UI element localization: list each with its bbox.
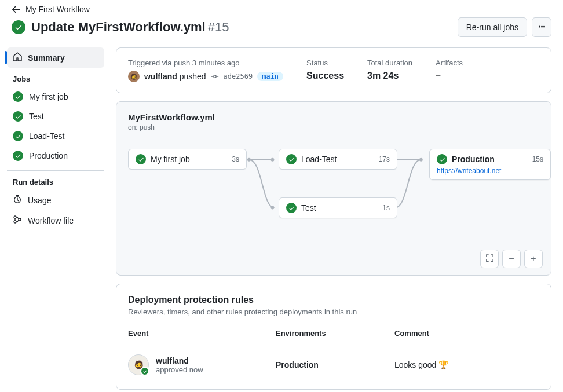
minus-icon: − <box>509 254 514 264</box>
svg-point-6 <box>271 158 275 162</box>
sidebar-item-workflow-file[interactable]: Workflow file <box>7 210 104 230</box>
svg-point-7 <box>271 206 275 210</box>
sidebar-item-job[interactable]: Test <box>7 107 104 126</box>
workflow-graph[interactable]: My first job 3s Load-Test 17s Test <box>128 149 539 241</box>
rerun-all-jobs-button[interactable]: Re-run all jobs <box>458 17 527 37</box>
home-icon <box>13 52 22 63</box>
graph-node-test[interactable]: Test 1s <box>279 197 397 218</box>
reviewer-action: approved now <box>156 365 203 374</box>
check-icon <box>437 154 447 164</box>
sidebar-heading-details: Run details <box>7 175 104 190</box>
check-icon <box>136 154 146 164</box>
production-url-link[interactable]: https://writeabout.net <box>437 167 543 175</box>
avatar[interactable]: 🧔 <box>128 71 140 82</box>
svg-point-1 <box>14 216 16 218</box>
back-arrow-icon[interactable] <box>12 5 21 14</box>
rules-subtitle: Reviewers, timers, and other rules prote… <box>128 307 539 316</box>
zoom-in-button[interactable]: + <box>524 250 543 268</box>
zoom-fullscreen-button[interactable] <box>480 250 499 268</box>
check-icon <box>13 91 23 102</box>
graph-trigger: on: push <box>128 123 539 131</box>
check-icon <box>13 151 23 161</box>
file-icon <box>13 215 22 226</box>
kebab-icon <box>537 22 546 33</box>
commit-sha[interactable]: ade2569 <box>224 72 253 80</box>
graph-title: MyFirstWorkflow.yml <box>128 112 539 122</box>
check-icon <box>286 203 297 213</box>
branch-badge[interactable]: main <box>257 72 283 81</box>
graph-node-first-job[interactable]: My first job 3s <box>128 149 247 170</box>
reviewer-name[interactable]: wulfland <box>156 356 189 365</box>
rules-env: Production <box>276 360 394 369</box>
rules-title: Deployment protection rules <box>128 295 539 305</box>
status-label: Status <box>306 58 344 67</box>
col-head-env: Environments <box>276 329 394 338</box>
col-head-comment: Comment <box>394 329 539 338</box>
sidebar: Summary Jobs My first job Test Load-Test… <box>7 47 104 390</box>
check-icon <box>13 111 23 122</box>
graph-node-load-test[interactable]: Load-Test 17s <box>279 149 397 170</box>
col-head-event: Event <box>128 329 276 338</box>
svg-point-2 <box>14 221 16 223</box>
run-status-success-icon <box>12 20 25 34</box>
triggered-label: Triggered via push 3 minutes ago <box>128 58 283 67</box>
plus-icon: + <box>531 254 536 264</box>
protection-rules-card: Deployment protection rules Reviewers, t… <box>116 284 551 390</box>
svg-point-3 <box>19 218 21 221</box>
actor-link[interactable]: wulfland <box>144 72 177 81</box>
more-actions-button[interactable] <box>532 17 551 37</box>
duration-label: Total duration <box>367 58 412 67</box>
sidebar-item-job[interactable]: My first job <box>7 87 104 107</box>
check-icon <box>286 154 297 164</box>
commit-icon <box>211 72 219 80</box>
stopwatch-icon <box>13 195 22 206</box>
sidebar-item-usage[interactable]: Usage <box>7 190 104 210</box>
rules-comment: Looks good 🏆 <box>394 360 539 369</box>
summary-card: Triggered via push 3 minutes ago 🧔 wulfl… <box>116 47 551 93</box>
sidebar-item-summary[interactable]: Summary <box>7 47 104 68</box>
fullscreen-icon <box>485 254 494 265</box>
sidebar-item-job[interactable]: Load-Test <box>7 126 104 146</box>
sidebar-item-job[interactable]: Production <box>7 146 104 166</box>
status-value: Success <box>306 71 344 81</box>
artifacts-label: Artifacts <box>436 58 463 67</box>
check-icon <box>140 367 149 376</box>
sidebar-heading-jobs: Jobs <box>7 68 104 87</box>
check-icon <box>13 131 23 141</box>
graph-node-production[interactable]: Production 15s https://writeabout.net <box>429 149 551 180</box>
svg-point-4 <box>213 75 215 78</box>
workflow-breadcrumb[interactable]: My First Workflow <box>25 5 90 14</box>
artifacts-value: – <box>436 71 463 81</box>
avatar[interactable]: 🧔 <box>128 354 149 375</box>
workflow-graph-card: MyFirstWorkflow.yml on: push <box>116 101 551 276</box>
rules-row: 🧔 wulfland approved now Production Looks… <box>128 354 539 375</box>
duration-value: 3m 24s <box>367 71 412 81</box>
run-title: Update MyFirstWorkflow.yml#15 <box>31 20 229 35</box>
zoom-out-button[interactable]: − <box>502 250 521 268</box>
